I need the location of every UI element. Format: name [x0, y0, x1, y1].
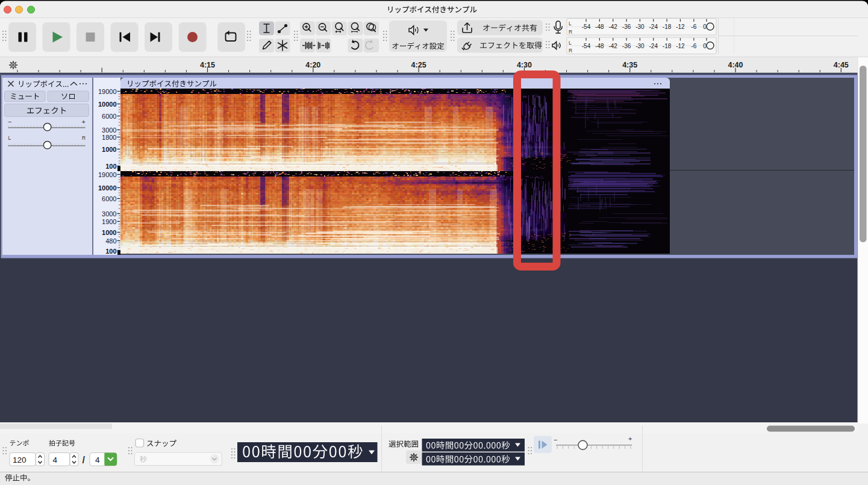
svg-text:-36: -36: [622, 43, 631, 49]
svg-text:/: /: [83, 455, 86, 465]
svg-text:1900: 1900: [102, 218, 116, 225]
svg-text:L: L: [569, 20, 572, 27]
svg-text:120: 120: [13, 455, 27, 465]
svg-text:-54: -54: [582, 43, 591, 49]
svg-text:-24: -24: [649, 43, 658, 49]
svg-text:-54: -54: [582, 23, 591, 30]
svg-text:-48: -48: [595, 43, 604, 49]
svg-text:-12: -12: [676, 23, 685, 30]
svg-text:4: 4: [53, 455, 58, 465]
svg-text:1800: 1800: [102, 134, 116, 141]
svg-text:480: 480: [105, 237, 116, 245]
svg-text:-18: -18: [663, 43, 672, 49]
svg-text:-30: -30: [635, 23, 645, 30]
svg-text:100: 100: [105, 248, 116, 255]
svg-text:R: R: [82, 135, 86, 141]
svg-text:L: L: [8, 135, 11, 141]
svg-text:4: 4: [95, 455, 100, 465]
svg-text:+: +: [628, 435, 632, 442]
svg-text:-18: -18: [663, 23, 672, 30]
svg-text:+: +: [82, 118, 86, 125]
svg-text:-6: -6: [691, 43, 696, 49]
svg-text:-36: -36: [622, 23, 631, 30]
svg-text:19000: 19000: [98, 171, 117, 178]
svg-text:3000: 3000: [102, 127, 116, 134]
svg-text:−: −: [554, 436, 557, 443]
svg-text:R: R: [569, 29, 572, 35]
svg-text:10000: 10000: [98, 184, 117, 192]
svg-text:-24: -24: [649, 23, 658, 30]
svg-text:−: −: [8, 118, 11, 125]
svg-text:L: L: [569, 40, 572, 46]
svg-text:1000: 1000: [102, 229, 116, 236]
svg-text:-6: -6: [691, 23, 696, 30]
svg-text:-48: -48: [595, 23, 604, 30]
svg-text:-30: -30: [635, 43, 645, 49]
svg-text:6000: 6000: [102, 195, 116, 202]
svg-text:19000: 19000: [98, 88, 117, 95]
svg-text:10000: 10000: [98, 101, 117, 108]
svg-text:-42: -42: [608, 43, 617, 49]
svg-text:100: 100: [105, 163, 116, 170]
svg-text:-42: -42: [608, 23, 617, 30]
svg-text:1000: 1000: [102, 146, 116, 153]
svg-text:R: R: [569, 48, 572, 54]
svg-text:6000: 6000: [102, 113, 116, 120]
svg-text:3000: 3000: [102, 210, 116, 217]
svg-text:-12: -12: [676, 43, 685, 49]
